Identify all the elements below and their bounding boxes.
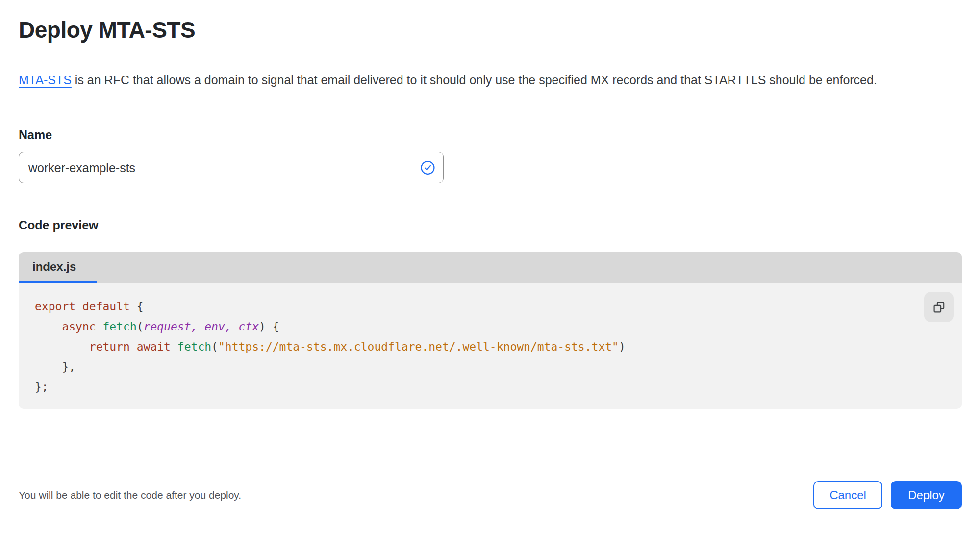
description: MTA-STS is an RFC that allows a domain t… <box>19 69 953 91</box>
deploy-mta-sts-page: Deploy MTA-STS MTA-STS is an RFC that al… <box>0 17 980 509</box>
mta-sts-link[interactable]: MTA-STS <box>19 73 72 87</box>
tab-label: index.js <box>32 260 76 274</box>
code-line: return await fetch("https://mta-sts.mx.c… <box>35 337 918 357</box>
description-text: is an RFC that allows a domain to signal… <box>72 73 877 87</box>
code-line: async fetch(request, env, ctx) { <box>35 317 918 337</box>
code-tab-bar: index.js <box>19 252 962 283</box>
deploy-button[interactable]: Deploy <box>891 481 962 509</box>
code-line: }, <box>35 357 918 377</box>
footer: You will be able to edit the code after … <box>19 466 962 509</box>
code-preview-label: Code preview <box>19 218 962 232</box>
code-area: export default { async fetch(request, en… <box>19 283 962 409</box>
name-input[interactable] <box>19 152 444 183</box>
code-content: export default { async fetch(request, en… <box>35 297 918 397</box>
cancel-button[interactable]: Cancel <box>813 481 882 509</box>
footer-actions: Cancel Deploy <box>813 481 962 509</box>
page-title: Deploy MTA-STS <box>19 17 962 44</box>
tab-index-js[interactable]: index.js <box>19 252 97 283</box>
copy-icon <box>932 301 946 314</box>
copy-button[interactable] <box>924 292 954 322</box>
code-line: export default { <box>35 297 918 317</box>
footer-note: You will be able to edit the code after … <box>19 489 241 501</box>
code-editor: index.js export default { async fetch(re… <box>19 252 962 409</box>
name-input-wrap <box>19 152 444 183</box>
code-line: }; <box>35 377 918 397</box>
name-label: Name <box>19 127 962 142</box>
